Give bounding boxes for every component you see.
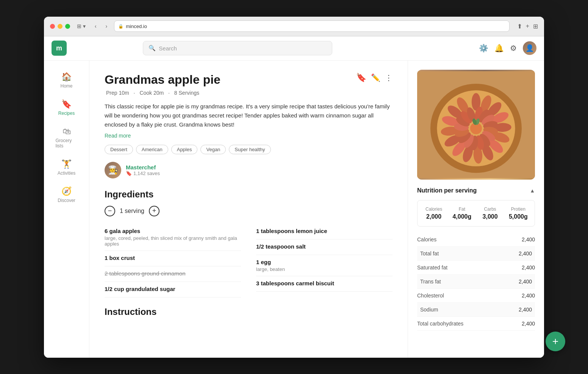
- ingredient-desc: large, cored, peeled, thin sliced mix of…: [105, 235, 241, 247]
- row-label: Calories: [417, 236, 436, 243]
- sidebar-item-recipes[interactable]: 🔖 Recipes: [50, 95, 84, 120]
- svg-point-40: [437, 90, 515, 166]
- ingredient-name: 1/2 teaspooon salt: [256, 243, 393, 250]
- row-value: 2,400: [522, 293, 535, 299]
- ingredient-name: 1 egg: [256, 259, 393, 265]
- logo-text: m: [56, 44, 62, 52]
- servings: 8 Servings: [174, 90, 199, 96]
- bookmark-button[interactable]: 🔖: [356, 73, 366, 83]
- increase-serving-button[interactable]: +: [149, 206, 160, 216]
- decrease-serving-button[interactable]: −: [105, 206, 115, 216]
- more-options-button[interactable]: ⋮: [385, 73, 393, 82]
- sidebar-toggle-button[interactable]: ⊞ ▾: [75, 22, 88, 30]
- read-more-link[interactable]: Read more: [105, 133, 131, 139]
- sidebar: 🏠 Home 🔖 Recipes 🛍 Grocery lists 🏋 Activ…: [44, 61, 89, 358]
- ingredients-grid: 6 gala apples large, cored, peeled, thin…: [105, 224, 393, 297]
- app-logo[interactable]: m: [52, 41, 67, 56]
- recipe-actions: 🔖 ✏️ ⋮: [356, 73, 393, 83]
- row-label: Total carbohydrates: [417, 321, 463, 327]
- ingredient-name: 1 tablespoons lemon juice: [256, 228, 393, 234]
- back-button[interactable]: ‹: [92, 22, 99, 30]
- minimize-button[interactable]: [58, 24, 63, 29]
- nutrition-row-saturated-fat: Saturated fat 2,400: [417, 261, 535, 275]
- nutrition-row-carbohydrates: Total carbohydrates 2,400: [417, 317, 535, 331]
- tag-vegan[interactable]: Vegan: [200, 145, 226, 154]
- add-fab-button[interactable]: +: [546, 332, 565, 351]
- sidebar-item-discover[interactable]: 🧭 Discover: [50, 183, 84, 207]
- address-bar[interactable]: 🔒 minced.io: [114, 20, 509, 32]
- tag-american[interactable]: American: [136, 145, 168, 154]
- author-section: 👨‍🍳 Masterchef 🔖 1,142 saves: [105, 162, 393, 178]
- protein-value: 5,000g: [505, 213, 532, 220]
- search-placeholder: Search: [159, 45, 177, 52]
- ingredients-left: 6 gala apples large, cored, peeled, thin…: [105, 224, 241, 297]
- nutrition-rows: Calories 2,400 Total fat 2,400 Saturated…: [417, 233, 535, 331]
- serving-control: − 1 serving +: [105, 206, 393, 216]
- settings-button[interactable]: ⚙️: [479, 44, 488, 53]
- row-label: Saturated fat: [417, 264, 447, 271]
- tag-apples[interactable]: Apples: [171, 145, 198, 154]
- nutrition-protein-col: Protien 5,000g: [505, 207, 532, 220]
- ingredient-egg: 1 egg large, beaten: [256, 255, 393, 276]
- tag-dessert[interactable]: Dessert: [105, 145, 133, 154]
- tag-superhealthy[interactable]: Super healthy: [229, 145, 271, 154]
- ingredient-name: 1 box crust: [105, 255, 241, 261]
- avatar[interactable]: 👤: [523, 41, 536, 55]
- discover-icon: 🧭: [61, 186, 72, 196]
- home-icon: 🏠: [61, 72, 72, 82]
- browser-actions: ⬆ + ⊞: [517, 23, 538, 30]
- author-name[interactable]: Masterchef: [126, 164, 160, 171]
- sidebar-item-activities[interactable]: 🏋 Activities: [50, 155, 84, 180]
- share-button[interactable]: ⬆: [517, 23, 522, 30]
- row-value: 2,400: [522, 321, 535, 327]
- recipe-header: Grandmas apple pie 🔖 ✏️ ⋮: [105, 73, 393, 87]
- main-content: Grandmas apple pie 🔖 ✏️ ⋮ Prep 10m · Coo…: [89, 61, 408, 358]
- sidebar-recipes-label: Recipes: [58, 111, 75, 116]
- ingredients-right: 1 tablespoons lemon juice 1/2 teaspooon …: [256, 224, 393, 297]
- calories-value: 2,000: [421, 213, 447, 220]
- author-info: Masterchef 🔖 1,142 saves: [126, 164, 160, 176]
- sidebar-item-home[interactable]: 🏠 Home: [50, 68, 84, 92]
- ingredient-name: 1/2 cup grandulated sugar: [105, 286, 241, 292]
- nutrition-toggle-button[interactable]: ▲: [530, 188, 535, 194]
- new-tab-button[interactable]: +: [526, 23, 529, 30]
- serving-count: 1 serving: [120, 208, 144, 214]
- traffic-lights: [50, 24, 70, 29]
- ingredient-salt: 1/2 teaspooon salt: [256, 239, 393, 255]
- pie-image-svg: [417, 70, 535, 180]
- cook-time: Cook 20m: [139, 90, 164, 96]
- fat-label: Fat: [449, 207, 475, 212]
- browser-chrome: ⊞ ▾ ‹ › 🔒 minced.io ⬆ + ⊞: [44, 17, 544, 36]
- row-label: Cholesterol: [417, 293, 444, 299]
- meta-separator-2: ·: [168, 90, 170, 96]
- forward-button[interactable]: ›: [103, 22, 110, 30]
- close-button[interactable]: [50, 24, 55, 29]
- ingredient-name: 3 tablespoons carmel biscuit: [256, 280, 393, 286]
- edit-button[interactable]: ✏️: [371, 73, 380, 82]
- row-label: Sodium: [420, 307, 438, 313]
- nutrition-title: Nutrition per serving: [417, 187, 477, 194]
- maximize-button[interactable]: [65, 24, 70, 29]
- lock-icon: 🔒: [118, 24, 124, 29]
- carbs-label: Carbs: [477, 207, 504, 212]
- ingredient-lemon-juice: 1 tablespoons lemon juice: [256, 224, 393, 239]
- recipe-meta: Prep 10m · Cook 20m · 8 Servings: [105, 90, 393, 96]
- url-text: minced.io: [126, 23, 147, 29]
- sidebar-item-grocery[interactable]: 🛍 Grocery lists: [50, 123, 84, 152]
- nutrition-calories-col: Calories 2,000: [421, 207, 447, 220]
- profile-button[interactable]: ⚙: [510, 44, 517, 53]
- ingredient-name: 6 gala apples: [105, 228, 241, 234]
- sidebar-grocery-label: Grocery lists: [56, 138, 78, 149]
- ingredient-box-crust: 1 box crust: [105, 251, 241, 266]
- prep-time: Prep 10m: [106, 90, 129, 96]
- content-area: 🏠 Home 🔖 Recipes 🛍 Grocery lists 🏋 Activ…: [44, 61, 544, 358]
- nutrition-header: Nutrition per serving ▲: [417, 187, 535, 194]
- notifications-button[interactable]: 🔔: [494, 44, 504, 53]
- sidebar-discover-label: Discover: [58, 198, 75, 203]
- grid-button[interactable]: ⊞: [533, 23, 538, 30]
- ingredients-title: Ingredients: [105, 189, 393, 200]
- row-value: 2,400: [522, 236, 535, 243]
- search-bar[interactable]: 🔍 Search: [143, 41, 332, 55]
- search-icon: 🔍: [149, 45, 156, 52]
- nutrition-summary: Calories 2,000 Fat 4,000g Carbs 3,000 Pr…: [417, 200, 535, 227]
